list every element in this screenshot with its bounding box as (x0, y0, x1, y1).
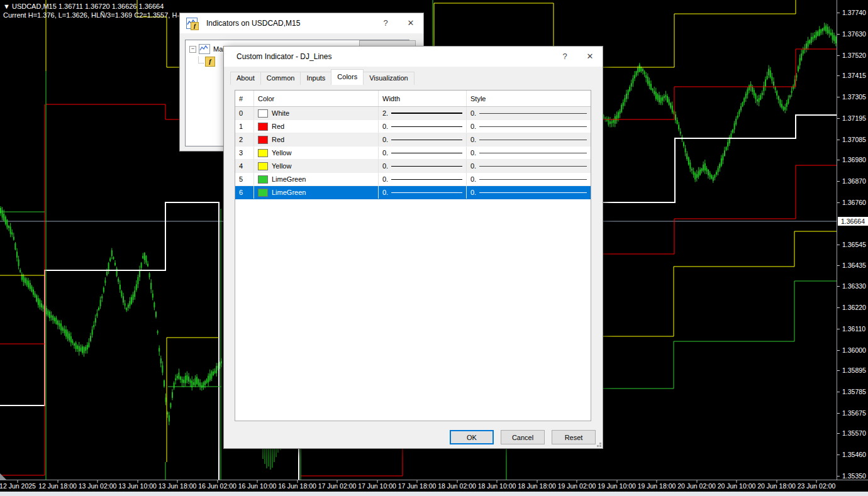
indicators-close-button[interactable]: ✕ (398, 13, 423, 33)
candle-body (194, 378, 196, 386)
tree-expand-icon[interactable]: − (189, 46, 196, 53)
candle-body (789, 96, 791, 97)
candle-body (141, 263, 142, 268)
candle-body (657, 94, 658, 100)
color-swatch[interactable] (258, 123, 268, 131)
custom-dialog-titlebar[interactable]: Custom Indicator - DJ_Lines ? ✕ (224, 47, 603, 67)
candle-body (198, 379, 199, 385)
tab-visualization[interactable]: Visualization (363, 72, 415, 85)
color-row-0[interactable]: 0White2.0. (235, 107, 591, 120)
candle-body (721, 158, 722, 166)
candle-body (808, 41, 809, 47)
window-bottom-strip (0, 492, 868, 496)
candle-body (640, 67, 642, 72)
indicator-step-line (601, 165, 837, 254)
indicator-step-line (601, 281, 837, 389)
resize-grip[interactable] (599, 445, 601, 447)
row-index: 5 (235, 173, 254, 185)
candle-body (211, 372, 212, 379)
candle-body (773, 82, 774, 85)
candle-body (713, 177, 714, 181)
candle-body (828, 30, 830, 33)
candle-body (745, 94, 747, 99)
candle-body (659, 95, 660, 102)
candle-body (716, 172, 717, 175)
candle-body (160, 358, 162, 363)
color-swatch[interactable] (258, 136, 268, 144)
candle-body (159, 348, 160, 351)
custom-help-button[interactable]: ? (552, 47, 577, 67)
color-row-6[interactable]: 6LimeGreen0.0. (235, 186, 591, 199)
color-name: LimeGreen (272, 189, 306, 196)
style-line-sample (479, 166, 587, 167)
candle-body (626, 94, 627, 99)
candle-body (791, 91, 793, 92)
candle-body (722, 155, 723, 160)
price-tick (837, 160, 840, 160)
candle-body (650, 84, 652, 89)
tree-item-indicator[interactable]: f (189, 56, 218, 67)
price-label: 1.35895 (842, 366, 866, 374)
cancel-button[interactable]: Cancel (501, 430, 545, 444)
candle-body (51, 316, 52, 318)
candle-body (609, 121, 611, 124)
indicators-dialog-title: Indicators on USDCAD,M15 (201, 19, 373, 28)
time-label: 13 Jun 18:00 (159, 482, 197, 490)
ok-button[interactable]: OK (450, 430, 494, 444)
color-swatch[interactable] (258, 109, 268, 118)
style-value: 0. (470, 162, 476, 170)
custom-close-button[interactable]: ✕ (577, 47, 603, 67)
custom-indicator-icon: f (205, 57, 215, 67)
candle-body (830, 33, 832, 35)
color-row-4[interactable]: 4Yellow0.0. (235, 160, 591, 173)
candle-body (623, 102, 624, 106)
candle-body (727, 142, 728, 146)
price-label: 1.37520 (842, 52, 866, 59)
color-row-5[interactable]: 5LimeGreen0.0. (235, 173, 591, 186)
width-line-sample (391, 166, 462, 167)
candle-body (182, 379, 183, 383)
time-axis[interactable]: 12 Jun 202512 Jun 18:0013 Jun 02:0013 Ju… (0, 480, 868, 492)
candle-body (806, 43, 807, 48)
indicators-help-button[interactable]: ? (373, 13, 398, 33)
candle-body (101, 296, 103, 298)
price-axis[interactable]: 1.36664 1.377401.376301.375201.374151.37… (837, 0, 868, 480)
color-swatch[interactable] (258, 189, 268, 197)
candle-body (57, 321, 58, 325)
candle-body (621, 105, 622, 112)
column-header-width: Width (379, 91, 467, 106)
color-swatch[interactable] (258, 175, 268, 184)
tab-inputs[interactable]: Inputs (300, 72, 331, 85)
width-line-sample (391, 126, 462, 127)
candle-body (28, 281, 29, 288)
candle-body (816, 32, 817, 38)
color-swatch[interactable] (258, 162, 268, 170)
candle-body (170, 403, 171, 407)
candle-body (608, 118, 609, 124)
candle-body (719, 164, 720, 168)
candle-body (737, 116, 738, 118)
candle-body (704, 163, 706, 170)
reset-button[interactable]: Reset (552, 430, 596, 444)
indicators-dialog-titlebar[interactable]: f Indicators on USDCAD,M15 ? ✕ (180, 13, 423, 33)
color-row-1[interactable]: 1Red0.0. (235, 120, 591, 133)
price-label: 1.35350 (842, 472, 866, 480)
tab-colors[interactable]: Colors (331, 69, 364, 85)
custom-indicator-dialog: Custom Indicator - DJ_Lines ? ✕ AboutCom… (223, 46, 603, 449)
candle-body (616, 115, 617, 120)
color-row-2[interactable]: 2Red0.0. (235, 133, 591, 146)
price-tick (837, 370, 840, 371)
candle-body (786, 103, 787, 107)
candle-body (672, 106, 673, 113)
tab-common[interactable]: Common (260, 72, 301, 85)
candle-body (67, 331, 69, 338)
color-row-3[interactable]: 3Yellow0.0. (235, 146, 591, 160)
candle-body (125, 304, 126, 306)
candle-body (767, 76, 768, 79)
candle-body (134, 290, 135, 297)
candle-body (606, 119, 608, 121)
candle-body (824, 27, 825, 30)
tab-about[interactable]: About (230, 72, 261, 85)
time-label: 19 Jun 10:00 (598, 482, 636, 490)
color-swatch[interactable] (258, 149, 268, 157)
